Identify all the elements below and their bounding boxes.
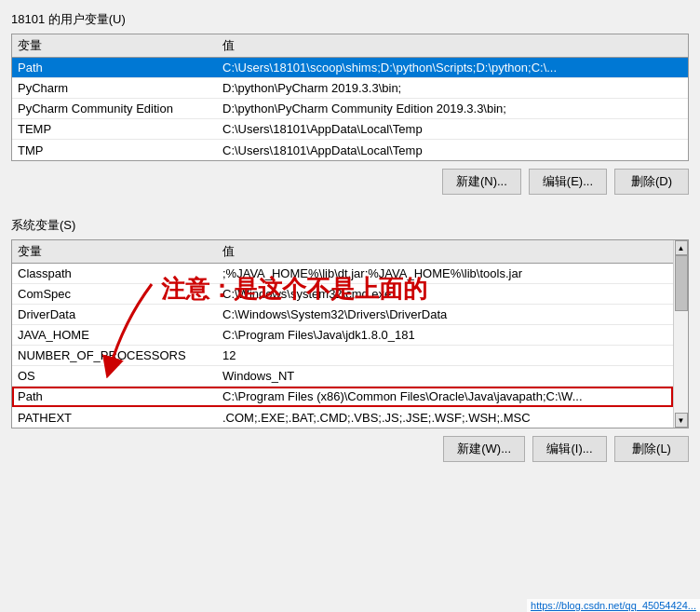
table-row[interactable]: TMP C:\Users\18101\AppData\Local\Temp xyxy=(12,140,688,160)
row-val: C:\Users\18101\AppData\Local\Temp xyxy=(222,122,682,136)
row-var: PyCharm Community Edition xyxy=(18,102,222,116)
url-bar: https://blog.csdn.net/qq_45054424... xyxy=(527,599,700,612)
scrollbar[interactable]: ▲ ▼ xyxy=(673,240,688,428)
table-row[interactable]: PATHEXT .COM;.EXE;.BAT;.CMD;.VBS;.JS;.JS… xyxy=(12,407,673,428)
row-val: 12 xyxy=(222,348,667,362)
table-row[interactable]: JAVA_HOME C:\Program Files\Java\jdk1.8.0… xyxy=(12,325,673,346)
user-edit-button[interactable]: 编辑(E)... xyxy=(529,169,607,195)
scrollbar-up-arrow[interactable]: ▲ xyxy=(675,240,688,255)
row-var: Classpath xyxy=(18,266,222,280)
section-gap xyxy=(11,198,689,215)
row-var: JAVA_HOME xyxy=(18,328,222,342)
scrollbar-down-arrow[interactable]: ▼ xyxy=(675,413,688,428)
table-row[interactable]: ComSpec C:\Windows\system32\cmd.exe xyxy=(12,284,673,305)
table-row[interactable]: OS Windows_NT xyxy=(12,366,673,387)
system-button-row: 新建(W)... 编辑(I)... 删除(L) xyxy=(11,428,689,466)
user-new-button[interactable]: 新建(N)... xyxy=(442,169,521,195)
row-var: OS xyxy=(18,369,222,383)
row-val: Windows_NT xyxy=(222,369,667,383)
row-val: C:\Users\18101\scoop\shims;D:\python\Scr… xyxy=(222,61,682,75)
row-var: ComSpec xyxy=(18,287,222,301)
row-val: C:\Windows\System32\Drivers\DriverData xyxy=(222,307,667,321)
system-variables-table: 变量 值 xyxy=(11,239,689,428)
user-variables-table: 变量 值 Path C:\Users\18101\scoop\shims;D:\… xyxy=(11,34,689,161)
row-var: TMP xyxy=(18,143,222,157)
row-var: DriverData xyxy=(18,307,222,321)
table-row[interactable]: DriverData C:\Windows\System32\Drivers\D… xyxy=(12,305,673,325)
table-row[interactable]: PyCharm Community Edition D:\python\PyCh… xyxy=(12,99,688,119)
row-var: PyCharm xyxy=(18,81,222,95)
user-header-var: 变量 xyxy=(18,37,222,54)
system-table-header: 变量 值 xyxy=(12,240,673,264)
user-button-row: 新建(N)... 编辑(E)... 删除(D) xyxy=(11,161,689,198)
table-row[interactable]: PyCharm D:\python\PyCharm 2019.3.3\bin; xyxy=(12,78,688,99)
user-table-rows: Path C:\Users\18101\scoop\shims;D:\pytho… xyxy=(12,58,688,160)
row-var: Path xyxy=(18,389,222,403)
table-row[interactable]: Classpath ;%JAVA_HOME%\lib\dt.jar;%JAVA_… xyxy=(12,264,673,284)
main-container: 18101 的用户变量(U) 变量 值 Path C:\Users\18101\… xyxy=(0,0,700,475)
system-table-inner: 变量 值 xyxy=(12,240,673,428)
row-var: PATHEXT xyxy=(18,411,222,425)
row-val: C:\Program Files\Java\jdk1.8.0_181 xyxy=(222,328,667,342)
row-val: D:\python\PyCharm 2019.3.3\bin; xyxy=(222,81,682,95)
row-var: Path xyxy=(18,61,222,75)
system-edit-button[interactable]: 编辑(I)... xyxy=(532,436,607,462)
system-new-button[interactable]: 新建(W)... xyxy=(443,436,525,462)
table-row[interactable]: TEMP C:\Users\18101\AppData\Local\Temp xyxy=(12,119,688,140)
system-section-title: 系统变量(S) xyxy=(11,215,689,236)
table-row[interactable]: Path C:\Users\18101\scoop\shims;D:\pytho… xyxy=(12,58,688,78)
system-table-rows: 注意：是这个不是上面的 Classpath ;%JAVA_HOME%\lib\d… xyxy=(12,264,673,428)
user-table-header: 变量 值 xyxy=(12,34,688,58)
system-header-val: 值 xyxy=(222,243,667,260)
row-val: C:\Users\18101\AppData\Local\Temp xyxy=(222,143,682,157)
table-row[interactable]: NUMBER_OF_PROCESSORS 12 xyxy=(12,346,673,366)
row-val: C:\Program Files (x86)\Common Files\Orac… xyxy=(222,389,667,403)
row-val: .COM;.EXE;.BAT;.CMD;.VBS;.JS;.JSE;.WSF;.… xyxy=(222,411,667,425)
system-delete-button[interactable]: 删除(L) xyxy=(614,436,689,462)
row-var: TEMP xyxy=(18,122,222,136)
user-header-val: 值 xyxy=(222,37,682,54)
path-system-row[interactable]: Path C:\Program Files (x86)\Common Files… xyxy=(12,387,673,407)
row-val: C:\Windows\system32\cmd.exe xyxy=(222,287,667,301)
row-val: D:\python\PyCharm Community Edition 2019… xyxy=(222,102,682,116)
user-delete-button[interactable]: 删除(D) xyxy=(614,169,689,195)
row-val: ;%JAVA_HOME%\lib\dt.jar;%JAVA_HOME%\lib\… xyxy=(222,266,667,280)
scrollbar-thumb[interactable] xyxy=(675,255,688,311)
row-var: NUMBER_OF_PROCESSORS xyxy=(18,348,222,362)
user-section-title: 18101 的用户变量(U) xyxy=(11,9,689,30)
system-section: 系统变量(S) 变量 值 xyxy=(11,215,689,466)
system-header-var: 变量 xyxy=(18,243,222,260)
